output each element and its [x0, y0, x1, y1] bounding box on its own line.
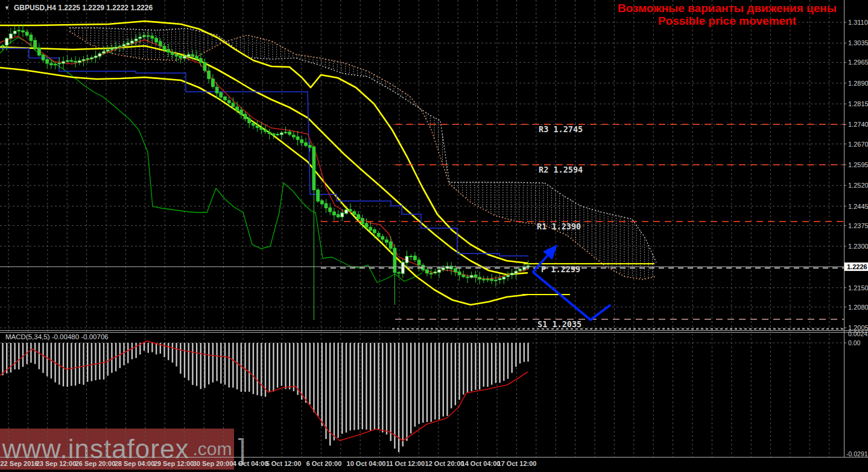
macd-bar [10, 343, 11, 372]
candle [62, 57, 65, 69]
macd-bar [487, 343, 488, 387]
macd-bar [443, 343, 444, 416]
price-tick-label: 1.3035 [848, 39, 868, 46]
time-tick-label: 29 Sep 12:00 [154, 460, 194, 467]
macd-bar [402, 343, 404, 447]
macd-bar [382, 343, 383, 432]
candle [490, 274, 493, 284]
candle [434, 269, 437, 275]
candle [293, 132, 296, 140]
candle [325, 199, 328, 213]
time-tick-label: 4 Oct 04:00 [233, 460, 268, 467]
macd-bar [75, 343, 76, 386]
macd-bar [103, 343, 104, 380]
macd-bar [18, 343, 19, 369]
forecast-arrows [533, 249, 610, 320]
macd-bar [431, 343, 432, 422]
time-axis[interactable]: 22 Sep 201623 Sep 12:0026 Sep 20:0028 Se… [1, 460, 537, 467]
macd-bar [301, 343, 302, 400]
macd-bar [224, 343, 226, 384]
chikou-span-line [0, 37, 422, 282]
macd-bar [293, 343, 294, 391]
symbol-dropdown-icon[interactable]: ▼ [4, 5, 10, 11]
time-tick-label: 10 Oct 04:00 [347, 460, 386, 467]
pivot-label: R3 1.2745 [539, 124, 583, 134]
candle [256, 121, 259, 132]
macd-bar [398, 343, 399, 452]
macd-bar [362, 343, 363, 429]
candle [244, 112, 247, 121]
macd-bar [467, 343, 468, 392]
macd-bar [196, 343, 197, 386]
macd-bar [232, 343, 233, 387]
candle [317, 188, 320, 203]
price-tick-label: 1.2740 [848, 121, 868, 128]
candle [422, 263, 425, 272]
macd-bar [192, 343, 193, 385]
candle [507, 272, 510, 281]
macd-bar [184, 343, 185, 378]
candle [458, 267, 461, 281]
price-tick-label: 1.2965 [848, 59, 868, 66]
time-tick-label: 22 Sep 2016 [1, 460, 39, 467]
macd-bar [229, 343, 230, 387]
macd-bar [503, 343, 504, 381]
macd-bar [91, 343, 92, 381]
macd-bar [524, 343, 525, 362]
chart-title: GBPUSD,H4 1.2225 1.2229 1.2222 1.2226 [14, 4, 153, 12]
macd-bar [277, 343, 278, 387]
candle [510, 269, 513, 279]
candle [13, 26, 16, 37]
price-tick-label: 1.2150 [848, 284, 868, 292]
price-tick-label: 1.2080 [848, 304, 868, 311]
candle [37, 44, 40, 57]
macd-bar [463, 343, 464, 395]
macd-bar [144, 343, 145, 351]
macd-bar [200, 343, 201, 389]
macd-bar [353, 343, 355, 430]
macd-bar [491, 343, 492, 384]
macd-bar [212, 343, 214, 383]
macd-bar [325, 343, 326, 439]
pivot-label: P 1.2299 [541, 264, 580, 274]
macd-bar [309, 343, 311, 404]
candle [405, 250, 408, 267]
macd-bar [99, 343, 100, 380]
candle [42, 54, 45, 62]
bollinger-upper [0, 21, 528, 263]
macd-bar [394, 343, 395, 448]
pivot-label: S1 1.2035 [537, 319, 581, 329]
pivot-levels: R3 1.2745R2 1.2594R1 1.2390P 1.2299S1 1.… [321, 124, 844, 329]
candle [305, 138, 308, 147]
macd-bar [87, 343, 88, 382]
candle [333, 208, 336, 220]
kijun-sen-line [0, 48, 528, 256]
macd-bar [176, 343, 177, 366]
macd-bar [236, 343, 238, 389]
macd-bar [168, 343, 169, 360]
candle [498, 274, 501, 284]
candle [438, 267, 441, 278]
macd-bar [249, 343, 250, 392]
macd-bar [519, 343, 521, 363]
candle [30, 32, 33, 45]
macd-bar [71, 343, 72, 386]
macd-bar [34, 343, 36, 364]
macd-bar [131, 343, 133, 359]
candle [417, 257, 420, 270]
candle [94, 51, 97, 63]
macd-bar [111, 343, 112, 373]
price-axis[interactable]: 1.31101.30351.29651.28901.28151.27401.26… [844, 19, 868, 458]
pivot-label: R2 1.2594 [539, 165, 583, 174]
candle [414, 252, 417, 262]
macd-bar [135, 343, 136, 358]
macd-bar [204, 343, 205, 388]
macd-bar [42, 343, 43, 373]
candle [17, 26, 21, 36]
candle [212, 74, 215, 89]
price-chart-canvas[interactable]: R3 1.2745R2 1.2594R1 1.2390P 1.2299S1 1.… [0, 0, 868, 472]
macd-bar [422, 343, 423, 423]
candle [199, 53, 202, 66]
candle [385, 237, 388, 246]
macd-bar [479, 343, 480, 389]
